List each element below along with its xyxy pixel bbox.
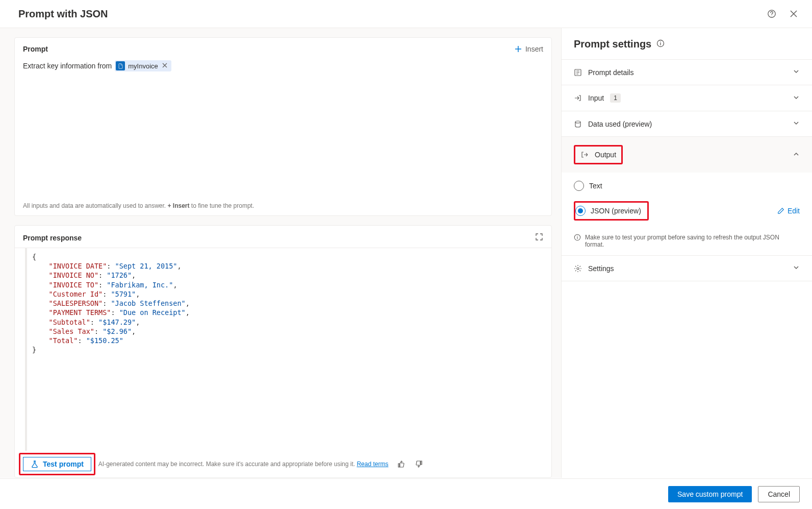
prompt-details-section[interactable]: Prompt details xyxy=(562,60,812,85)
input-count-badge: 1 xyxy=(610,93,621,103)
document-icon xyxy=(116,61,125,70)
thumbs-down-icon[interactable] xyxy=(413,458,425,470)
output-text-radio[interactable]: Text xyxy=(574,176,800,196)
chevron-down-icon xyxy=(793,119,800,128)
footer-bar: Save custom prompt Cancel xyxy=(0,478,812,509)
output-section[interactable]: Output xyxy=(562,137,812,173)
database-icon xyxy=(574,120,582,128)
data-used-section[interactable]: Data used (preview) xyxy=(562,111,812,136)
response-title: Prompt response xyxy=(23,234,82,242)
test-prompt-button[interactable]: Test prompt xyxy=(23,457,91,471)
chip-label: myInvoice xyxy=(128,62,158,70)
ai-disclaimer: AI-generated content may be incorrect. M… xyxy=(98,460,389,468)
radio-unselected-icon xyxy=(574,181,584,191)
details-icon xyxy=(574,68,582,77)
radio-selected-icon xyxy=(575,206,586,216)
chevron-down-icon xyxy=(793,68,800,77)
settings-section[interactable]: Settings xyxy=(562,256,812,281)
expand-icon[interactable] xyxy=(535,233,543,243)
svg-point-1 xyxy=(771,16,772,16)
svg-point-6 xyxy=(577,268,579,270)
chevron-down-icon xyxy=(793,264,800,273)
chevron-down-icon xyxy=(793,94,800,103)
output-info: Make sure to test your prompt before sav… xyxy=(562,232,812,255)
chip-remove-icon[interactable] xyxy=(161,63,168,69)
page-title: Prompt with JSON xyxy=(18,8,108,20)
input-section[interactable]: Input 1 xyxy=(562,85,812,111)
gear-icon xyxy=(574,264,582,273)
edit-json-button[interactable]: Edit xyxy=(777,207,800,215)
settings-sidebar: Prompt settings Prompt details Input 1 xyxy=(561,28,812,478)
prompt-panel: Prompt Insert Extract key information fr… xyxy=(14,37,552,216)
info-icon[interactable] xyxy=(656,38,665,50)
svg-point-4 xyxy=(575,121,580,123)
response-json: { "INVOICE DATE": "Sept 21, 2015", "INVO… xyxy=(25,248,543,451)
page-header: Prompt with JSON xyxy=(0,0,812,28)
thumbs-up-icon[interactable] xyxy=(395,458,408,470)
prompt-text-prefix: Extract key information from xyxy=(23,62,112,70)
output-icon xyxy=(580,151,589,159)
edit-icon xyxy=(777,207,784,214)
close-icon[interactable] xyxy=(788,8,800,20)
save-button[interactable]: Save custom prompt xyxy=(668,486,752,502)
response-panel: Prompt response { "INVOICE DATE": "Sept … xyxy=(14,225,552,478)
cancel-button[interactable]: Cancel xyxy=(758,486,800,502)
output-json-radio[interactable]: JSON (preview) xyxy=(575,206,641,216)
insert-label: Insert xyxy=(525,45,543,53)
prompt-panel-title: Prompt xyxy=(23,45,48,53)
input-icon xyxy=(574,94,582,102)
settings-title: Prompt settings xyxy=(574,38,651,50)
prompt-editor[interactable]: Extract key information from myInvoice xyxy=(15,58,551,196)
test-prompt-label: Test prompt xyxy=(43,460,84,468)
input-chip[interactable]: myInvoice xyxy=(115,60,171,71)
read-terms-link[interactable]: Read terms xyxy=(357,460,388,468)
insert-button[interactable]: Insert xyxy=(514,45,543,53)
info-icon xyxy=(574,234,581,241)
chevron-up-icon xyxy=(793,151,800,159)
help-icon[interactable] xyxy=(765,7,778,20)
prompt-footer-hint: All inputs and data are automatically us… xyxy=(15,196,551,215)
